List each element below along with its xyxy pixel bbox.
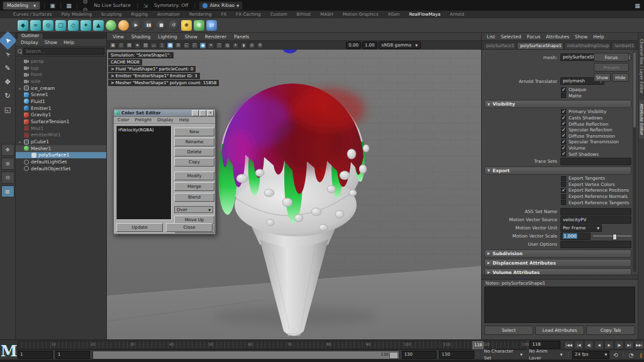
shelf-tab[interactable]: FX	[217, 11, 231, 18]
animation-start-field[interactable]: 1	[18, 351, 53, 359]
outliner-item[interactable]: defaultObjectSet	[16, 165, 106, 172]
outliner-item[interactable]: + pCube1	[16, 138, 106, 145]
viewport-menu[interactable]: Lighting	[155, 34, 180, 40]
expand-toggle-icon[interactable]: +	[18, 86, 22, 90]
snap-to-point-icon[interactable]: ◍	[81, 0, 89, 6]
blend-mode-dropdown[interactable]: Over▼	[174, 206, 213, 213]
outliner-menu[interactable]: Help	[61, 40, 77, 45]
layout-split-pane-button[interactable]: ⊟	[1, 172, 14, 184]
play-forwards-button[interactable]: ▶	[604, 341, 614, 349]
signed-in-user[interactable]: Alex Ribao ▼	[199, 1, 243, 10]
shelf-tab[interactable]: Motion Graphics	[338, 11, 383, 18]
camera-attributes-icon[interactable]: ▤	[126, 42, 133, 49]
shelf-tab[interactable]: Custom	[266, 11, 292, 18]
outliner-item[interactable]: Mist1	[16, 125, 106, 132]
outliner-item[interactable]: Emitter1	[16, 105, 106, 112]
range-end-handle[interactable]	[389, 352, 398, 359]
slider-handle[interactable]	[613, 234, 617, 240]
expand-toggle-icon[interactable]: +	[18, 140, 22, 144]
exposure-field[interactable]: 0.00	[346, 41, 361, 49]
outliner-item[interactable]: Fluid1	[16, 98, 106, 105]
presets-button[interactable]: Presets	[594, 63, 629, 72]
attribute-editor-menu[interactable]: Selected	[498, 34, 524, 40]
color-set-edit-button[interactable]: Modify	[174, 172, 214, 180]
close-button[interactable]: Close	[166, 223, 213, 232]
render-settings-icon[interactable]: ▦	[633, 1, 641, 9]
outliner-item[interactable]: Gravity1	[16, 112, 106, 119]
step-forward-key-button[interactable]: |▶	[614, 341, 624, 349]
outliner-item[interactable]: defaultLightSet	[16, 158, 106, 165]
bookmark-icon[interactable]: ★	[134, 42, 141, 49]
footer-button[interactable]: Select	[484, 326, 533, 335]
node-tab[interactable]: lambert1	[611, 42, 636, 49]
rf-circle-emitter-shelf-icon[interactable]: ◎	[43, 20, 53, 31]
visibility-section-header[interactable]: ▼ Visibility	[484, 100, 631, 108]
shadows-icon[interactable]: ◗	[240, 42, 247, 49]
viewport-menu[interactable]: Show	[182, 34, 201, 40]
color-set-list[interactable]: rfVelocity(RGBA)	[116, 126, 172, 220]
dialog-menu[interactable]: Help	[177, 118, 192, 123]
shelf-tab[interactable]: RealFlowMaya	[405, 11, 445, 18]
attribute-editor-menu[interactable]: Show	[572, 34, 590, 40]
ass-set-name-field[interactable]	[560, 208, 631, 216]
rf-object-emitter-shelf-icon[interactable]: ◇	[68, 20, 79, 31]
color-set-action-button[interactable]: New	[174, 128, 214, 136]
shelf-tab[interactable]: XGen	[384, 11, 404, 18]
no-live-surface-label[interactable]: No Live Surface	[91, 3, 133, 8]
outliner-item[interactable]: front	[16, 71, 106, 78]
shelf-tab[interactable]: FX Caching	[231, 11, 265, 18]
rf-export-central-shelf-icon[interactable]: ⇄	[206, 20, 217, 31]
outliner-search-input[interactable]	[23, 48, 104, 55]
shelf-tab[interactable]: Sculpting	[97, 11, 126, 18]
focus-button[interactable]: Focus	[594, 53, 629, 62]
scale-tool-icon[interactable]: ◱	[1, 103, 14, 116]
matte-checkbox[interactable]	[561, 93, 566, 98]
rf-simulate-play-shelf-icon[interactable]: ▶	[131, 20, 142, 31]
rf-reset-shelf-icon[interactable]: ↺	[169, 20, 179, 31]
attribute-editor-menu[interactable]: Focus	[525, 34, 543, 40]
outliner-item[interactable]: persp	[16, 58, 106, 65]
attribute-editor-scrollbar[interactable]	[633, 51, 636, 272]
go-to-start-button[interactable]: |◀◀	[564, 341, 574, 349]
menu-set-dropdown[interactable]: Modeling▼	[3, 1, 40, 10]
dialog-menu[interactable]: Display	[155, 118, 176, 123]
textured-icon[interactable]: ◍	[224, 42, 231, 49]
color-set-edit-button[interactable]: Merge	[174, 182, 214, 191]
attribute-editor-menu[interactable]: Help	[591, 34, 606, 40]
visibility-checkbox[interactable]	[561, 116, 566, 121]
rf-fluid-shelf-icon[interactable]: ≈	[30, 20, 41, 31]
lock-camera-icon[interactable]: ⚿	[118, 42, 125, 49]
dialog-menu[interactable]: Prelight	[132, 118, 154, 123]
attribute-editor-menu[interactable]: Attributes	[543, 34, 572, 40]
lasso-tool-icon[interactable]: ➢	[0, 45, 17, 64]
layout-single-pane-button[interactable]: ✥	[1, 144, 14, 156]
rf-daemon-shelf-icon[interactable]: ✦	[80, 20, 91, 31]
rf-volume-shelf-icon[interactable]	[118, 20, 129, 31]
export-checkbox[interactable]	[561, 176, 566, 181]
step-back-frame-button[interactable]: |◀	[574, 341, 584, 349]
fps-dropdown[interactable]: 24 fps▼	[572, 351, 609, 359]
node-tab[interactable]: polySurfaceShape1	[517, 42, 564, 49]
color-set-action-button[interactable]: Copy	[174, 158, 214, 167]
sidebar-vertical-tab[interactable]: Channel Box / Layer Editor	[639, 35, 644, 97]
time-slider[interactable]: 102030405060708090100110120130 118	[18, 341, 526, 349]
trace-sets-field[interactable]	[560, 158, 631, 165]
animation-end-field[interactable]: 130	[439, 351, 474, 359]
playback-start-field[interactable]: 1	[55, 351, 91, 359]
viewport-menu[interactable]: Shading	[128, 34, 153, 40]
shelf-tab[interactable]: Animation	[153, 11, 184, 18]
close-icon[interactable]: ✕	[207, 110, 214, 116]
layout-four-pane-button[interactable]: ⊞	[1, 158, 14, 170]
shelf-tab[interactable]: Rigging	[127, 11, 153, 18]
color-set-edit-button[interactable]: Blend	[174, 193, 214, 202]
visibility-checkbox[interactable]	[561, 146, 566, 151]
go-to-end-button[interactable]: ▶▶|	[635, 341, 644, 349]
node-tab[interactable]: polySurface1	[483, 42, 516, 49]
rf-square-emitter-shelf-icon[interactable]: ▢	[55, 20, 66, 31]
rf-particles-shelf-icon[interactable]: ✺	[181, 20, 192, 31]
hide-button[interactable]: Hide	[612, 73, 629, 82]
maximize-icon[interactable]: □	[199, 110, 206, 116]
outliner-item[interactable]: polySurface1	[16, 152, 106, 159]
animation-preferences-icon[interactable]: ◔	[628, 352, 635, 358]
step-forward-frame-button[interactable]: ▶|	[625, 341, 634, 349]
